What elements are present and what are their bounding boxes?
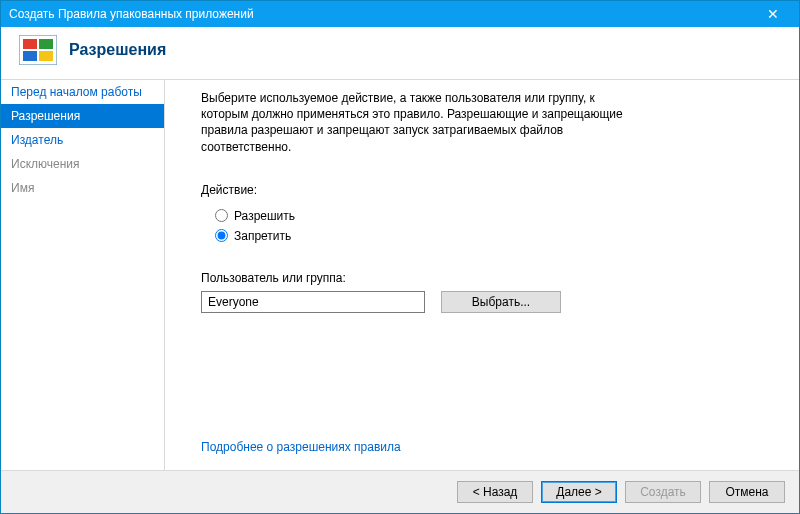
description-text: Выберите используемое действие, а также … — [201, 90, 641, 155]
next-button[interactable]: Далее > — [541, 481, 617, 503]
step-exceptions: Исключения — [1, 152, 164, 176]
page-title: Разрешения — [69, 41, 166, 59]
wizard-content: Выберите используемое действие, а также … — [165, 80, 799, 470]
svg-rect-3 — [23, 51, 37, 61]
create-button: Создать — [625, 481, 701, 503]
svg-rect-4 — [39, 51, 53, 61]
wizard-footer: < Назад Далее > Создать Отмена — [1, 471, 799, 513]
svg-rect-2 — [39, 39, 53, 49]
close-icon[interactable]: ✕ — [753, 5, 793, 23]
radio-allow-input[interactable] — [215, 209, 228, 222]
user-group-row: Выбрать... — [201, 291, 771, 313]
help-link[interactable]: Подробнее о разрешениях правила — [201, 440, 771, 454]
action-radios: Разрешить Запретить — [215, 203, 771, 249]
user-group-label: Пользователь или группа: — [201, 271, 771, 285]
browse-button[interactable]: Выбрать... — [441, 291, 561, 313]
step-permissions[interactable]: Разрешения — [1, 104, 164, 128]
titlebar: Создать Правила упакованных приложений ✕ — [1, 1, 799, 27]
step-before-you-begin[interactable]: Перед началом работы — [1, 80, 164, 104]
back-button[interactable]: < Назад — [457, 481, 533, 503]
cancel-button[interactable]: Отмена — [709, 481, 785, 503]
wizard-body: Перед началом работы Разрешения Издатель… — [1, 79, 799, 471]
window-title: Создать Правила упакованных приложений — [9, 7, 753, 21]
svg-rect-1 — [23, 39, 37, 49]
radio-deny-input[interactable] — [215, 229, 228, 242]
action-label: Действие: — [201, 183, 771, 197]
radio-deny-label: Запретить — [234, 229, 291, 243]
wizard-window: Создать Правила упакованных приложений ✕… — [0, 0, 800, 514]
radio-allow-label: Разрешить — [234, 209, 295, 223]
wizard-header: Разрешения — [1, 27, 799, 79]
radio-deny[interactable]: Запретить — [215, 229, 771, 243]
radio-allow[interactable]: Разрешить — [215, 209, 771, 223]
applocker-icon — [19, 35, 57, 65]
step-name: Имя — [1, 176, 164, 200]
user-group-input[interactable] — [201, 291, 425, 313]
wizard-steps: Перед началом работы Разрешения Издатель… — [1, 80, 165, 470]
step-publisher[interactable]: Издатель — [1, 128, 164, 152]
